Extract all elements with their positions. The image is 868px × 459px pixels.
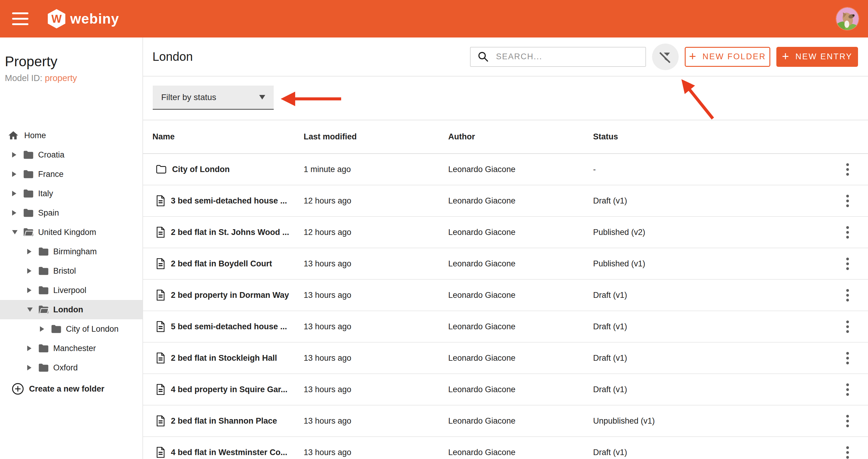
tree-item-birmingham[interactable]: Birmingham (0, 242, 143, 261)
entry-author: Leonardo Giacone (448, 416, 593, 426)
tree-item-label: Liverpool (53, 286, 87, 295)
caret-right-icon[interactable] (12, 172, 18, 177)
row-menu-button[interactable] (843, 223, 852, 242)
hamburger-menu-icon[interactable] (12, 12, 28, 25)
tree-item-france[interactable]: France (0, 164, 143, 184)
document-icon (156, 415, 165, 427)
sidebar-item-home[interactable]: Home (0, 126, 143, 145)
table-row[interactable]: 5 bed semi-detached house ... 13 hours a… (143, 311, 868, 343)
tree-item-bristol[interactable]: Bristol (0, 261, 143, 281)
new-folder-button[interactable]: + NEW FOLDER (685, 47, 770, 67)
table-row[interactable]: 2 bed flat in Shannon Place 13 hours ago… (143, 405, 868, 437)
entry-status: Published (v2) (593, 228, 835, 237)
entry-status: Draft (v1) (593, 385, 835, 394)
tree-item-london[interactable]: London (0, 300, 143, 319)
row-menu-button[interactable] (843, 412, 852, 430)
table-row[interactable]: 2 bed flat in Boydell Court 13 hours ago… (143, 248, 868, 280)
caret-right-icon[interactable] (40, 326, 46, 332)
tree-item-united-kingdom[interactable]: United Kingdom (0, 222, 143, 242)
entry-name-cell: 4 bed property in Squire Gar... (152, 384, 304, 395)
table-row[interactable]: 3 bed semi-detached house ... 12 hours a… (143, 185, 868, 217)
entry-name: 2 bed flat in St. Johns Wood ... (171, 228, 289, 237)
new-folder-label: NEW FOLDER (703, 52, 766, 61)
caret-right-icon[interactable] (27, 268, 33, 274)
entry-status: Draft (v1) (593, 354, 835, 363)
tree-item-label: Manchester (53, 344, 96, 353)
table-row[interactable]: 4 bed property in Squire Gar... 13 hours… (143, 374, 868, 405)
table-row[interactable]: 2 bed property in Dorman Way 13 hours ag… (143, 280, 868, 311)
folder-icon (23, 170, 34, 179)
caret-right-icon[interactable] (12, 191, 18, 196)
webiny-logo[interactable]: W webiny (48, 9, 119, 28)
entry-modified: 12 hours ago (304, 196, 448, 206)
column-header-status: Status (593, 132, 835, 142)
column-header-author: Author (448, 132, 593, 142)
caret-right-icon[interactable] (12, 210, 18, 216)
model-id-link[interactable]: property (45, 73, 77, 83)
entry-author: Leonardo Giacone (448, 385, 593, 394)
row-menu-button[interactable] (843, 443, 852, 459)
document-icon (156, 258, 165, 269)
entry-author: Leonardo Giacone (448, 228, 593, 237)
folder-icon (38, 363, 49, 372)
table-row[interactable]: City of London 1 minute ago Leonardo Gia… (143, 154, 868, 185)
entry-name-cell: 2 bed flat in Stockleigh Hall (152, 352, 304, 364)
entry-name: 2 bed property in Dorman Way (171, 290, 289, 300)
row-menu-button[interactable] (843, 380, 852, 399)
caret-right-icon[interactable] (27, 365, 33, 370)
entry-name: 2 bed flat in Shannon Place (171, 416, 277, 426)
row-menu-button[interactable] (843, 192, 852, 210)
column-header-name: Name (152, 132, 304, 142)
tree-item-liverpool[interactable]: Liverpool (0, 281, 143, 300)
caret-right-icon[interactable] (12, 152, 18, 157)
table-row[interactable]: 2 bed flat in St. Johns Wood ... 12 hour… (143, 217, 868, 248)
create-new-folder-button[interactable]: Create a new folder (0, 379, 143, 399)
filter-off-icon (658, 50, 672, 64)
folder-icon (38, 266, 49, 275)
folder-icon (38, 286, 49, 295)
search-input[interactable] (495, 52, 645, 62)
table-row[interactable]: 4 bed flat in Westminster Co... 13 hours… (143, 437, 868, 459)
document-icon (156, 384, 165, 395)
table-row[interactable]: 2 bed flat in Stockleigh Hall 13 hours a… (143, 343, 868, 374)
tree-item-oxford[interactable]: Oxford (0, 358, 143, 377)
tree-item-label: United Kingdom (38, 228, 96, 237)
main-header: London + (143, 37, 868, 76)
tree-item-label: City of London (66, 325, 119, 334)
caret-down-icon[interactable] (12, 230, 18, 234)
entry-author: Leonardo Giacone (448, 322, 593, 331)
filter-toggle-button[interactable] (652, 43, 679, 70)
caret-down-icon[interactable] (27, 307, 33, 312)
entry-name: 4 bed flat in Westminster Co... (171, 448, 287, 457)
entry-name-cell: City of London (152, 165, 304, 174)
row-menu-button[interactable] (843, 254, 852, 273)
new-entry-label: NEW ENTRY (796, 52, 852, 61)
row-menu-button[interactable] (843, 349, 852, 367)
row-menu-button[interactable] (843, 160, 852, 179)
caret-right-icon[interactable] (27, 249, 33, 254)
new-entry-button[interactable]: + NEW ENTRY (776, 47, 858, 67)
caret-right-icon[interactable] (27, 346, 33, 351)
tree-item-label: London (53, 305, 83, 314)
tree-item-croatia[interactable]: Croatia (0, 145, 143, 164)
row-menu-button[interactable] (843, 286, 852, 305)
top-app-bar: W webiny (0, 0, 868, 37)
folder-icon (51, 325, 62, 334)
tree-item-spain[interactable]: Spain (0, 203, 143, 222)
filter-by-status-select[interactable]: Filter by status (153, 86, 274, 110)
document-icon (156, 447, 165, 458)
brand-name: webiny (70, 10, 119, 27)
tree-item-italy[interactable]: Italy (0, 184, 143, 203)
caret-right-icon[interactable] (27, 287, 33, 293)
user-avatar[interactable] (836, 7, 859, 30)
folder-outline-icon (156, 165, 167, 174)
entry-modified: 13 hours ago (304, 385, 448, 394)
tree-item-manchester[interactable]: Manchester (0, 339, 143, 358)
entry-name-cell: 4 bed flat in Westminster Co... (152, 447, 304, 458)
column-header-last-modified: Last modified (304, 132, 448, 142)
entry-author: Leonardo Giacone (448, 290, 593, 300)
row-menu-button[interactable] (843, 317, 852, 336)
tree-item-city-of-london[interactable]: City of London (0, 319, 143, 339)
folder-icon (23, 208, 34, 217)
folder-icon (23, 189, 34, 198)
